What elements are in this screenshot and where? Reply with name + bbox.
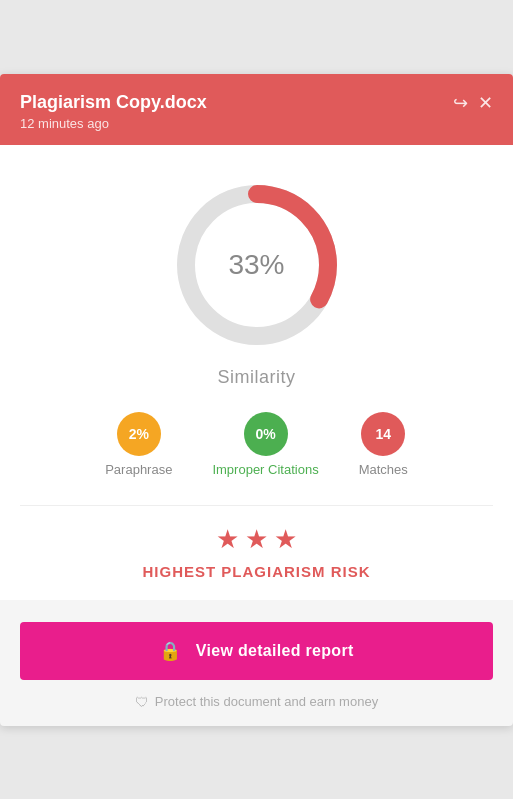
risk-section: ★ ★ ★ HIGHEST PLAGIARISM RISK (122, 524, 390, 580)
card-header: Plagiarism Copy.docx 12 minutes ago ↪ ✕ (0, 74, 513, 145)
paraphrase-badge: 2% (117, 412, 161, 456)
divider (20, 505, 493, 506)
star-2: ★ (245, 524, 268, 555)
protect-text: Protect this document and earn money (155, 694, 378, 709)
star-1: ★ (216, 524, 239, 555)
stat-citations: 0% Improper Citations (212, 412, 318, 477)
matches-value: 14 (375, 426, 391, 442)
shield-icon: 🛡 (135, 694, 149, 710)
document-timestamp: 12 minutes ago (20, 116, 207, 131)
header-title-block: Plagiarism Copy.docx 12 minutes ago (20, 92, 207, 131)
close-icon[interactable]: ✕ (478, 92, 493, 114)
citations-label: Improper Citations (212, 462, 318, 477)
paraphrase-label: Paraphrase (105, 462, 172, 477)
stat-paraphrase: 2% Paraphrase (105, 412, 172, 477)
lock-icon: 🔒 (159, 640, 181, 662)
plagiarism-card: Plagiarism Copy.docx 12 minutes ago ↪ ✕ … (0, 74, 513, 726)
paraphrase-value: 2% (129, 426, 149, 442)
matches-badge: 14 (361, 412, 405, 456)
citations-badge: 0% (244, 412, 288, 456)
cta-section: 🔒 View detailed report 🛡 Protect this do… (0, 600, 513, 726)
matches-label: Matches (359, 462, 408, 477)
cta-button-label: View detailed report (196, 642, 354, 660)
similarity-label: Similarity (217, 367, 295, 388)
similarity-donut-chart: 33% (167, 175, 347, 355)
document-title: Plagiarism Copy.docx (20, 92, 207, 113)
citations-value: 0% (255, 426, 275, 442)
header-actions: ↪ ✕ (453, 92, 493, 114)
share-icon[interactable]: ↪ (453, 92, 468, 114)
star-3: ★ (274, 524, 297, 555)
view-report-button[interactable]: 🔒 View detailed report (20, 622, 493, 680)
protect-text-block: 🛡 Protect this document and earn money (135, 694, 378, 710)
risk-label: HIGHEST PLAGIARISM RISK (142, 563, 370, 580)
stat-matches: 14 Matches (359, 412, 408, 477)
stars-row: ★ ★ ★ (216, 524, 297, 555)
similarity-percentage: 33% (228, 249, 284, 281)
card-body: 33% Similarity 2% Paraphrase 0% Improper… (0, 145, 513, 600)
stats-row: 2% Paraphrase 0% Improper Citations 14 M… (20, 412, 493, 477)
